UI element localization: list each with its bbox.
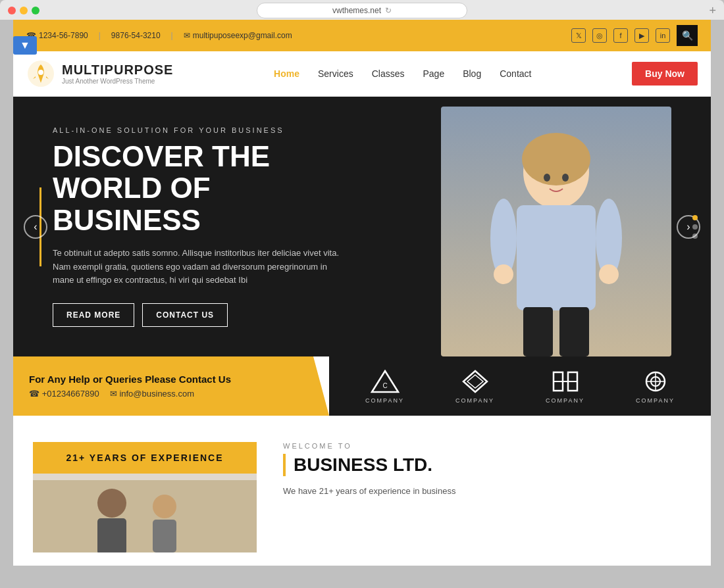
refresh-icon[interactable]: ↻ (385, 6, 392, 15)
instagram-icon[interactable]: ◎ (592, 28, 607, 43)
about-title: BUSINESS LTD. (283, 454, 691, 476)
welcome-label: WELCOME TO (283, 442, 691, 450)
company-icon-4 (639, 368, 672, 395)
email-item: ✉ multipuposeexp@gmail.com (184, 31, 292, 40)
nav-item-services[interactable]: Services (318, 68, 353, 80)
slide-dot-1[interactable] (692, 215, 698, 220)
dropdown-icon: ▼ (20, 39, 30, 51)
logo-text: MULTIPURPOSE Just Another WordPress Them… (62, 62, 173, 85)
phone1-number: 1234-56-7890 (39, 31, 88, 40)
nav-item-contact[interactable]: Contact (500, 68, 531, 80)
contact-phone-number: +01234667890 (42, 389, 99, 399)
nav-link-page[interactable]: Page (423, 68, 444, 79)
read-more-button[interactable]: READ MORE (53, 303, 134, 327)
contact-us-button[interactable]: CONTACT US (142, 303, 228, 327)
svg-point-11 (544, 174, 550, 182)
company-name-1: COMPANY (365, 397, 404, 404)
slide-dot-2[interactable] (692, 224, 698, 230)
close-button[interactable] (8, 7, 16, 14)
about-left: 21+ YEARS OF EXPERIENCE (33, 442, 257, 552)
svg-point-1 (38, 70, 43, 75)
svg-rect-26 (97, 518, 126, 552)
prev-icon: ‹ (34, 221, 37, 233)
twitter-icon[interactable]: 𝕏 (571, 28, 586, 43)
separator: | (99, 31, 101, 40)
url-text: vwthemes.net (332, 6, 381, 15)
contact-bar: For Any Help or Queries Please Contact U… (13, 356, 711, 416)
company-logo-2: COMPANY (455, 368, 494, 404)
next-icon: › (686, 221, 690, 233)
hero-image (441, 107, 671, 356)
svg-point-25 (97, 489, 126, 518)
company-name-4: COMPANY (636, 397, 675, 404)
facebook-icon[interactable]: f (613, 28, 628, 43)
svg-rect-9 (523, 307, 553, 356)
linkedin-icon[interactable]: in (656, 28, 670, 43)
nav-link-home[interactable]: Home (274, 68, 299, 79)
svg-point-8 (599, 264, 619, 284)
new-tab-button[interactable]: + (709, 4, 716, 18)
svg-point-12 (562, 174, 569, 182)
email-icon: ✉ (184, 31, 190, 40)
svg-text:C: C (382, 382, 387, 389)
contact-email-address: info@business.com (119, 389, 194, 399)
contact-bar-left: For Any Help or Queries Please Contact U… (13, 356, 329, 416)
nav-link-contact[interactable]: Contact (500, 68, 531, 79)
company-logo-4: COMPANY (636, 368, 675, 404)
logo-title: MULTIPURPOSE (62, 62, 173, 78)
svg-rect-24 (33, 480, 257, 552)
nav-link-services[interactable]: Services (318, 68, 353, 79)
nav-menu: Home Services Classes Page Blog Contact (274, 68, 531, 80)
nav-item-home[interactable]: Home (274, 68, 299, 80)
browser-window: vwthemes.net ↻ + (0, 0, 724, 20)
traffic-lights (8, 7, 39, 14)
hero-content: ALL-IN-ONE SOLUTION FOR YOUR BUSINESS DI… (13, 100, 395, 354)
slide-dot-3[interactable] (692, 233, 698, 239)
phone-icon2: ☎ (29, 389, 39, 399)
company-icon-2 (459, 368, 492, 395)
experience-badge: 21+ YEARS OF EXPERIENCE (33, 442, 257, 474)
logo-icon (26, 59, 55, 88)
dropdown-indicator[interactable]: ▼ (13, 36, 37, 55)
about-section: 21+ YEARS OF EXPERIENCE WELCOME TO BUSIN… (13, 416, 711, 566)
hero-title: DISCOVER THE WORLD OF BUSINESS (53, 141, 355, 236)
minimize-button[interactable] (20, 7, 28, 14)
nav-item-classes[interactable]: Classes (372, 68, 405, 80)
svg-rect-4 (517, 205, 596, 310)
hero-description: Te obtinuit ut adepto satis somno. Allis… (53, 247, 342, 287)
site-header: MULTIPURPOSE Just Another WordPress Them… (13, 51, 711, 97)
contact-email: ✉ info@business.com (110, 389, 194, 399)
slider-dots (692, 215, 698, 239)
company-name-2: COMPANY (455, 397, 494, 404)
email-address: multipuposeexp@gmail.com (193, 31, 292, 40)
hero-buttons: READ MORE CONTACT US (53, 303, 355, 327)
separator2: | (171, 31, 173, 40)
phone2-item: 9876-54-3210 (111, 31, 161, 40)
search-button[interactable]: 🔍 (677, 25, 698, 46)
email-icon2: ✉ (110, 389, 117, 399)
svg-point-7 (494, 264, 513, 284)
youtube-icon[interactable]: ▶ (634, 28, 649, 43)
slider-prev-button[interactable]: ‹ (24, 215, 47, 239)
hero-woman-svg (457, 107, 655, 356)
nav-link-classes[interactable]: Classes (372, 68, 405, 79)
phone2-number: 9876-54-3210 (111, 31, 161, 40)
website-wrapper: ▼ ☎ 1234-56-7890 | 9876-54-3210 | ✉ mult… (13, 20, 711, 566)
nav-item-page[interactable]: Page (423, 68, 444, 80)
company-logo-1: C COMPANY (365, 368, 404, 404)
svg-rect-28 (153, 520, 176, 552)
buy-now-button[interactable]: Buy Now (632, 62, 698, 86)
contact-details: ☎ +01234667890 ✉ info@business.com (29, 389, 313, 399)
address-bar[interactable]: vwthemes.net ↻ (257, 3, 467, 18)
hero-subtitle: ALL-IN-ONE SOLUTION FOR YOUR BUSINESS (53, 126, 355, 134)
nav-link-blog[interactable]: Blog (463, 68, 481, 79)
svg-point-27 (153, 495, 176, 518)
maximize-button[interactable] (32, 7, 39, 14)
company-name-3: COMPANY (546, 397, 584, 404)
logo-subtitle: Just Another WordPress Theme (62, 78, 173, 85)
contact-heading: For Any Help or Queries Please Contact U… (29, 374, 313, 385)
top-bar-contact: ☎ 1234-56-7890 | 9876-54-3210 | ✉ multip… (26, 31, 292, 40)
company-icon-3 (549, 368, 582, 395)
nav-item-blog[interactable]: Blog (463, 68, 481, 80)
about-image (33, 474, 257, 552)
